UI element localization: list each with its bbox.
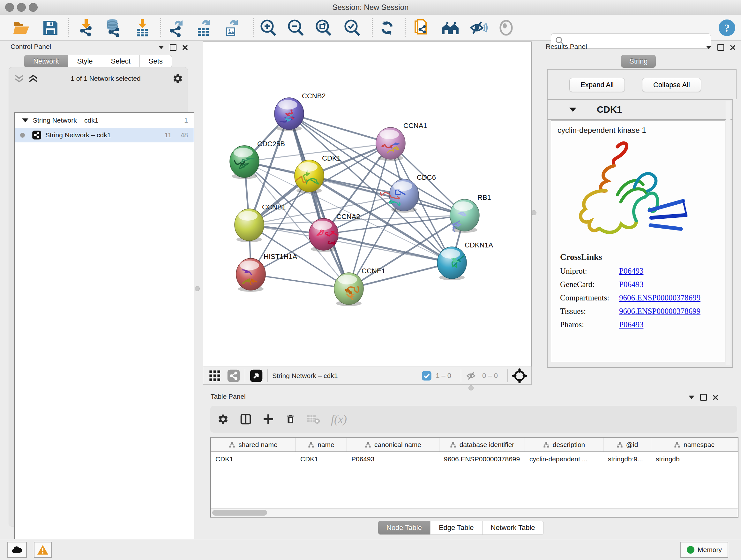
tab-style[interactable]: Style [68, 55, 102, 68]
import-network-database-button[interactable] [103, 18, 124, 37]
node-CCNB1[interactable]: CCNB1 [234, 203, 286, 242]
control-panel: Control Panel NetworkStyleSelectSets 1 o… [3, 42, 190, 531]
float-panel-icon[interactable] [700, 394, 707, 401]
node-table[interactable]: shared namenamecanonical namedatabase id… [210, 437, 738, 517]
share-document-button[interactable] [412, 18, 432, 37]
import-table-button[interactable] [132, 18, 152, 37]
crosslink-link[interactable]: P06493 [619, 320, 643, 329]
refresh-button[interactable] [377, 18, 397, 37]
collection-expand-icon[interactable] [22, 118, 28, 122]
network-canvas[interactable]: CCNB2CCNA1CDC25BCDK1CDC6RB1CCNB1CCNA2CDK… [203, 42, 532, 367]
collapse-all-icon[interactable] [13, 74, 25, 83]
hide-results-eye-icon-button[interactable] [468, 18, 488, 37]
expand-all-button[interactable]: Expand All [569, 78, 625, 92]
table-cell[interactable]: CDK1 [211, 452, 296, 466]
birds-eye-view-icon[interactable] [250, 369, 263, 382]
delete-column-trash-icon[interactable] [285, 414, 296, 425]
column-header-name[interactable]: name [296, 438, 347, 451]
edge-CCNA2-CDKN1A[interactable] [324, 234, 452, 263]
zoom-in-button[interactable] [258, 18, 278, 37]
node-HIST1H1A[interactable]: HIST1H1A [236, 253, 297, 292]
export-table-button[interactable] [193, 18, 213, 37]
network-graph[interactable]: CCNB2CCNA1CDC25BCDK1CDC6RB1CCNB1CCNA2CDK… [203, 42, 531, 367]
panel-menu-icon[interactable] [689, 395, 694, 399]
zoom-selected-button[interactable] [342, 18, 362, 37]
collapse-gene-icon[interactable] [569, 108, 576, 112]
node-CCNA1[interactable]: CCNA1 [376, 122, 427, 161]
close-panel-icon[interactable] [182, 45, 188, 51]
import-network-file-button[interactable] [76, 18, 96, 37]
memory-button[interactable]: Memory [680, 542, 728, 558]
title-bar: Session: New Session [0, 0, 741, 15]
table-cell[interactable]: P06493 [347, 452, 440, 466]
selected-checkbox-icon[interactable] [421, 371, 432, 381]
panel-menu-icon[interactable] [158, 46, 164, 49]
column-header-description[interactable]: description [525, 438, 603, 451]
crosslink-row: Uniprot:P06493 [560, 266, 725, 275]
column-header-@id[interactable]: @id [603, 438, 651, 451]
tab-node-table[interactable]: Node Table [378, 521, 430, 535]
zoom-out-button[interactable] [285, 18, 306, 37]
expand-all-icon[interactable] [27, 74, 39, 83]
tab-edge-table[interactable]: Edge Table [430, 521, 482, 535]
table-options-gear-icon[interactable] [217, 414, 229, 425]
network-options-gear-icon[interactable] [172, 73, 183, 84]
export-image-button[interactable] [221, 18, 241, 37]
hidden-eye-icon[interactable] [466, 370, 478, 381]
panel-menu-icon[interactable] [706, 46, 712, 49]
left-splitter-handle[interactable] [195, 286, 200, 291]
add-column-plus-icon[interactable] [263, 414, 274, 425]
crosslink-link[interactable]: 9606.ENSP00000378699 [619, 307, 700, 316]
table-cell[interactable]: stringdb [651, 452, 738, 466]
network-row[interactable]: String Network – cdk1 11 48 [15, 128, 194, 142]
column-header-canonical-name[interactable]: canonical name [347, 438, 440, 451]
tab-string[interactable]: String [621, 55, 656, 68]
node-RB1[interactable]: RB1 [450, 193, 491, 233]
tab-network-table[interactable]: Network Table [482, 521, 544, 535]
tab-select[interactable]: Select [102, 55, 140, 68]
column-header-shared-name[interactable]: shared name [211, 438, 296, 451]
grid-view-icon[interactable] [208, 369, 221, 382]
network-view-icon[interactable] [227, 369, 240, 382]
close-panel-icon[interactable] [713, 395, 718, 400]
export-network-button[interactable] [165, 18, 186, 37]
warnings-button[interactable] [34, 542, 52, 558]
close-panel-icon[interactable] [730, 45, 736, 51]
zoom-fit-button[interactable] [313, 18, 333, 37]
edge-CCNB2-CCNA1[interactable] [289, 114, 391, 143]
table-cell[interactable]: 9606.ENSP00000378699 [440, 452, 525, 466]
tab-network[interactable]: Network [24, 55, 68, 68]
table-horizontal-scrollbar[interactable] [211, 508, 738, 517]
cloud-status-button[interactable] [7, 542, 27, 558]
float-panel-icon[interactable] [718, 44, 724, 51]
edge-CCNB2-CCNE1[interactable] [289, 114, 349, 289]
node-CDKN1A[interactable]: CDKN1A [437, 241, 493, 280]
node-CCNB2[interactable]: CCNB2 [274, 92, 326, 131]
string-home-icon-button[interactable] [440, 18, 461, 37]
collapse-all-button[interactable]: Collapse All [642, 78, 701, 92]
crosslink-link[interactable]: P06493 [619, 280, 643, 289]
table-cell[interactable]: CDK1 [296, 452, 347, 466]
table-cell[interactable]: cyclin-dependent ... [525, 452, 603, 466]
float-panel-icon[interactable] [170, 44, 177, 51]
right-splitter-handle[interactable] [531, 210, 536, 215]
tab-sets[interactable]: Sets [140, 55, 172, 68]
crosslink-link[interactable]: 9606.ENSP00000378699 [619, 294, 700, 302]
crosslink-link[interactable]: P06493 [619, 266, 643, 275]
results-scrollbar[interactable] [726, 101, 731, 365]
open-session-button[interactable] [11, 18, 32, 37]
table-cell[interactable]: stringdb:9... [603, 452, 651, 466]
column-header-database-identifier[interactable]: database identifier [440, 438, 525, 451]
column-header-namespac[interactable]: namespac [651, 438, 738, 451]
scrollbar-thumb[interactable] [212, 510, 267, 516]
table-row[interactable]: CDK1CDK1P064939606.ENSP00000378699cyclin… [211, 452, 738, 466]
crosslink-row: GeneCard:P06493 [560, 280, 725, 289]
fit-content-crosshair-icon[interactable] [512, 368, 527, 383]
network-collection-row[interactable]: String Network – cdk1 1 [15, 113, 194, 128]
control-panel-title: Control Panel [10, 43, 51, 51]
show-results-eye-icon-button[interactable] [496, 18, 516, 37]
gene-section-header[interactable]: CDK1 [548, 100, 732, 120]
save-session-button[interactable] [40, 18, 61, 37]
help-button[interactable]: ? [717, 18, 737, 37]
show-columns-icon[interactable] [240, 413, 252, 425]
